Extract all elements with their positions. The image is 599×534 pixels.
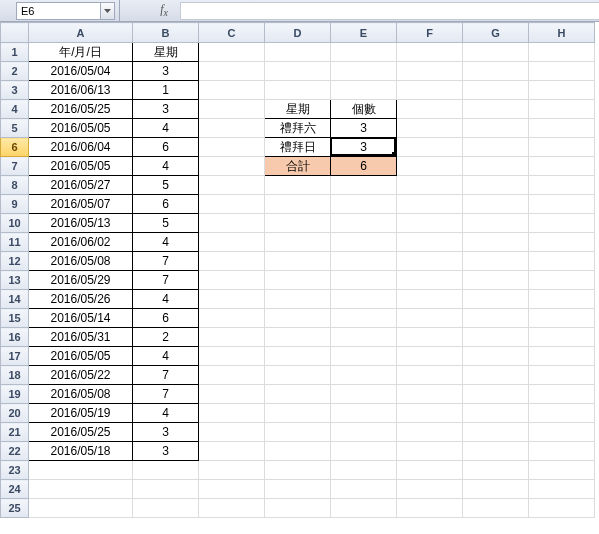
cell-D17[interactable] [265, 347, 331, 366]
row-header-21[interactable]: 21 [1, 423, 29, 442]
cell-D13[interactable] [265, 271, 331, 290]
col-header-B[interactable]: B [133, 23, 199, 43]
formula-input[interactable] [180, 2, 599, 20]
cell-E23[interactable] [331, 461, 397, 480]
cell-H19[interactable] [529, 385, 595, 404]
col-header-C[interactable]: C [199, 23, 265, 43]
cell-D23[interactable] [265, 461, 331, 480]
cell-B11[interactable]: 4 [133, 233, 199, 252]
name-box[interactable]: E6 [16, 2, 101, 20]
cell-C8[interactable] [199, 176, 265, 195]
row-header-22[interactable]: 22 [1, 442, 29, 461]
cell-H3[interactable] [529, 81, 595, 100]
cell-H16[interactable] [529, 328, 595, 347]
cell-H9[interactable] [529, 195, 595, 214]
cell-G12[interactable] [463, 252, 529, 271]
cell-E9[interactable] [331, 195, 397, 214]
cell-F10[interactable] [397, 214, 463, 233]
cell-H2[interactable] [529, 62, 595, 81]
cell-F16[interactable] [397, 328, 463, 347]
cell-A4[interactable]: 2016/05/25 [29, 100, 133, 119]
cell-F5[interactable] [397, 119, 463, 138]
cell-B16[interactable]: 2 [133, 328, 199, 347]
cell-G3[interactable] [463, 81, 529, 100]
cell-G14[interactable] [463, 290, 529, 309]
cell-H15[interactable] [529, 309, 595, 328]
cell-C6[interactable] [199, 138, 265, 157]
cell-A23[interactable] [29, 461, 133, 480]
cell-B7[interactable]: 4 [133, 157, 199, 176]
cell-G23[interactable] [463, 461, 529, 480]
cell-F4[interactable] [397, 100, 463, 119]
cell-E2[interactable] [331, 62, 397, 81]
cell-H11[interactable] [529, 233, 595, 252]
cell-E11[interactable] [331, 233, 397, 252]
cell-B14[interactable]: 4 [133, 290, 199, 309]
cell-C21[interactable] [199, 423, 265, 442]
cell-C24[interactable] [199, 480, 265, 499]
cell-G11[interactable] [463, 233, 529, 252]
cell-B22[interactable]: 3 [133, 442, 199, 461]
cell-G24[interactable] [463, 480, 529, 499]
col-header-G[interactable]: G [463, 23, 529, 43]
cell-B20[interactable]: 4 [133, 404, 199, 423]
cell-G8[interactable] [463, 176, 529, 195]
select-all-corner[interactable] [1, 23, 29, 43]
cell-B3[interactable]: 1 [133, 81, 199, 100]
cell-H10[interactable] [529, 214, 595, 233]
cell-G1[interactable] [463, 43, 529, 62]
cell-F22[interactable] [397, 442, 463, 461]
cell-D14[interactable] [265, 290, 331, 309]
cell-A20[interactable]: 2016/05/19 [29, 404, 133, 423]
cell-E18[interactable] [331, 366, 397, 385]
row-header-17[interactable]: 17 [1, 347, 29, 366]
cell-A10[interactable]: 2016/05/13 [29, 214, 133, 233]
cell-A14[interactable]: 2016/05/26 [29, 290, 133, 309]
cell-E14[interactable] [331, 290, 397, 309]
cell-F7[interactable] [397, 157, 463, 176]
cell-E15[interactable] [331, 309, 397, 328]
cell-B25[interactable] [133, 499, 199, 518]
cell-C19[interactable] [199, 385, 265, 404]
cell-F2[interactable] [397, 62, 463, 81]
cell-C5[interactable] [199, 119, 265, 138]
col-header-D[interactable]: D [265, 23, 331, 43]
cell-A22[interactable]: 2016/05/18 [29, 442, 133, 461]
cell-E10[interactable] [331, 214, 397, 233]
cell-C12[interactable] [199, 252, 265, 271]
cell-B6[interactable]: 6 [133, 138, 199, 157]
cell-A8[interactable]: 2016/05/27 [29, 176, 133, 195]
cell-E20[interactable] [331, 404, 397, 423]
row-header-24[interactable]: 24 [1, 480, 29, 499]
cell-G10[interactable] [463, 214, 529, 233]
cell-B24[interactable] [133, 480, 199, 499]
row-header-15[interactable]: 15 [1, 309, 29, 328]
cell-H22[interactable] [529, 442, 595, 461]
cell-A17[interactable]: 2016/05/05 [29, 347, 133, 366]
cell-B21[interactable]: 3 [133, 423, 199, 442]
cell-E6[interactable]: 3 [331, 138, 397, 157]
row-header-18[interactable]: 18 [1, 366, 29, 385]
cell-A12[interactable]: 2016/05/08 [29, 252, 133, 271]
cell-A11[interactable]: 2016/06/02 [29, 233, 133, 252]
row-header-4[interactable]: 4 [1, 100, 29, 119]
cell-H6[interactable] [529, 138, 595, 157]
cell-C25[interactable] [199, 499, 265, 518]
cell-F9[interactable] [397, 195, 463, 214]
cell-G22[interactable] [463, 442, 529, 461]
cell-E22[interactable] [331, 442, 397, 461]
cell-F18[interactable] [397, 366, 463, 385]
cell-F19[interactable] [397, 385, 463, 404]
cell-E25[interactable] [331, 499, 397, 518]
cell-D5[interactable]: 禮拜六 [265, 119, 331, 138]
cell-C22[interactable] [199, 442, 265, 461]
cell-H14[interactable] [529, 290, 595, 309]
cell-A25[interactable] [29, 499, 133, 518]
row-header-8[interactable]: 8 [1, 176, 29, 195]
cell-B23[interactable] [133, 461, 199, 480]
cell-G9[interactable] [463, 195, 529, 214]
row-header-1[interactable]: 1 [1, 43, 29, 62]
cell-E8[interactable] [331, 176, 397, 195]
name-box-dropdown[interactable] [101, 2, 115, 20]
cell-D22[interactable] [265, 442, 331, 461]
